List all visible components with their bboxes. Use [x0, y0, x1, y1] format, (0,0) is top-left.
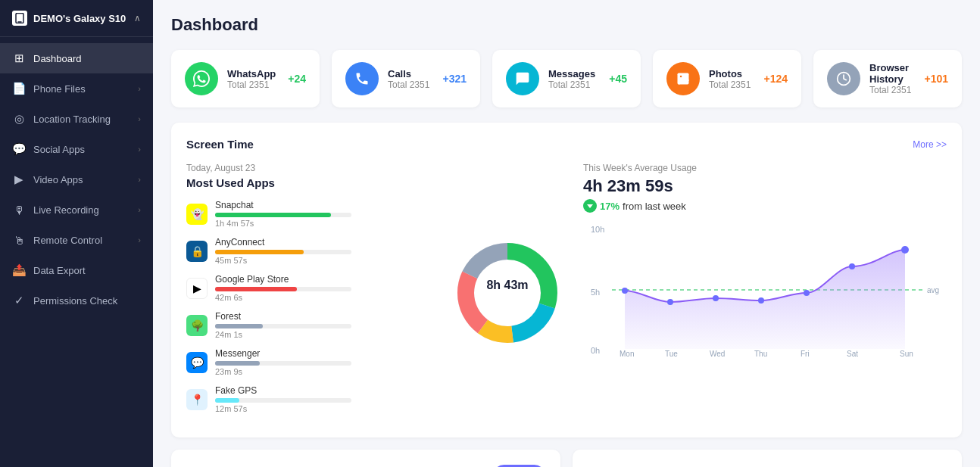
browser-info: Browser History Total 2351	[869, 62, 915, 95]
app-item-forest: 🌳 Forest 24m 1s	[186, 311, 432, 339]
app-item-snapchat: 👻 Snapchat 1h 4m 57s	[186, 200, 432, 228]
snapchat-time: 1h 4m 57s	[215, 219, 432, 228]
svg-text:10h: 10h	[591, 225, 604, 234]
app-item-googleplay: ▶ Google Play Store 42m 6s	[186, 274, 432, 302]
bottom-row: Last Known Location Sync Recent Screensh…	[171, 450, 962, 467]
screen-time-more-link[interactable]: More >>	[913, 139, 947, 150]
snapchat-icon: 👻	[186, 204, 208, 225]
messenger-bar-bg	[215, 361, 351, 366]
stat-card-calls: Calls Total 2351 +321	[332, 50, 480, 107]
usage-section: This Week's Average Usage 4h 23m 59s 17%…	[583, 163, 947, 422]
sidebar-item-label: Live Recording	[33, 204, 99, 216]
screen-time-card: Screen Time More >> Today, August 23 Mos…	[171, 123, 962, 437]
week-avg: 4h 23m 59s	[583, 176, 947, 196]
svg-text:Fri: Fri	[801, 350, 810, 358]
stat-card-photos: Photos Total 2351 +124	[653, 50, 801, 107]
line-chart: 10h 5h 0h avg	[583, 222, 947, 358]
sidebar-item-permissions-check[interactable]: ✓ Permissions Check	[0, 285, 153, 316]
most-used-title: Most Used Apps	[186, 176, 432, 189]
fakegps-bar	[215, 398, 239, 403]
fakegps-bar-bg	[215, 398, 351, 403]
social-icon: 💬	[12, 142, 26, 156]
sidebar-header: DEMO's Galaxy S10 ∧	[0, 0, 153, 37]
device-icon	[12, 11, 27, 26]
messenger-details: Messenger 23m 9s	[215, 348, 432, 376]
googleplay-details: Google Play Store 42m 6s	[215, 274, 432, 302]
messenger-icon: 💬	[186, 352, 208, 373]
calls-name: Calls	[388, 68, 433, 79]
googleplay-time: 42m 6s	[215, 293, 432, 302]
screen-time-header: Screen Time More >>	[186, 138, 947, 151]
week-change-text: from last week	[623, 201, 686, 212]
sidebar-item-label: Phone Files	[33, 83, 86, 95]
sidebar-item-social-apps[interactable]: 💬 Social Apps ›	[0, 134, 153, 164]
snapchat-bar	[215, 213, 331, 217]
calls-change: +321	[442, 73, 467, 85]
sidebar-item-live-recording[interactable]: 🎙 Live Recording ›	[0, 195, 153, 225]
svg-text:8h 43m: 8h 43m	[486, 279, 528, 291]
sidebar-navigation: ⊞ Dashboard 📄 Phone Files › ◎ Location T…	[0, 37, 153, 322]
sidebar-item-label: Remote Control	[33, 235, 102, 246]
sidebar-item-label: Location Tracking	[33, 114, 111, 125]
forest-time: 24m 1s	[215, 330, 432, 339]
svg-text:Wed: Wed	[710, 350, 725, 358]
chevron-right-icon: ›	[138, 175, 141, 184]
chevron-right-icon: ›	[138, 84, 141, 93]
forest-icon: 🌳	[186, 315, 208, 336]
whatsapp-icon	[185, 62, 218, 95]
line-chart-area: 10h 5h 0h avg	[583, 222, 947, 358]
calls-info: Calls Total 2351	[388, 68, 433, 90]
remote-icon: 🖱	[12, 233, 26, 247]
anyconnect-name: AnyConnect	[215, 237, 432, 248]
export-icon: 📤	[12, 263, 26, 277]
svg-point-3	[680, 76, 682, 78]
googleplay-icon: ▶	[186, 278, 208, 299]
svg-text:Tue: Tue	[665, 350, 678, 358]
chevron-right-icon: ›	[138, 145, 141, 154]
chevron-right-icon: ›	[138, 114, 141, 123]
sidebar-item-phone-files[interactable]: 📄 Phone Files ›	[0, 73, 153, 104]
date-label: Today, August 23	[186, 163, 432, 173]
location-card: Last Known Location Sync	[171, 450, 560, 467]
anyconnect-time: 45m 57s	[215, 256, 432, 265]
apps-section: Today, August 23 Most Used Apps 👻 Snapch…	[186, 163, 432, 422]
whatsapp-name: WhatsApp	[227, 68, 279, 79]
svg-point-23	[901, 246, 909, 254]
app-item-anyconnect: 🔒 AnyConnect 45m 57s	[186, 237, 432, 265]
forest-bar-bg	[215, 324, 351, 328]
chevron-up-icon[interactable]: ∧	[134, 13, 141, 23]
device-info: DEMO's Galaxy S10	[12, 11, 126, 26]
messenger-name: Messenger	[215, 348, 432, 359]
app-item-messenger: 💬 Messenger 23m 9s	[186, 348, 432, 376]
main-content: Dashboard WhatsApp Total 2351 +24 Calls …	[153, 0, 980, 467]
down-arrow-icon	[583, 199, 597, 213]
donut-chart: 8h 43m	[451, 236, 564, 350]
svg-point-18	[667, 299, 673, 305]
photos-icon	[666, 62, 700, 95]
messages-change: +45	[609, 73, 627, 85]
sidebar-item-video-apps[interactable]: ▶ Video Apps ›	[0, 164, 153, 195]
sidebar-item-label: Video Apps	[33, 174, 83, 185]
googleplay-bar-bg	[215, 287, 351, 291]
stat-card-whatsapp: WhatsApp Total 2351 +24	[171, 50, 320, 107]
sidebar-item-remote-control[interactable]: 🖱 Remote Control ›	[0, 225, 153, 255]
whatsapp-change: +24	[288, 73, 306, 85]
sidebar-item-label: Dashboard	[33, 53, 82, 64]
screen-time-title: Screen Time	[186, 138, 254, 151]
svg-text:Sat: Sat	[847, 350, 858, 358]
sidebar-item-dashboard[interactable]: ⊞ Dashboard	[0, 43, 153, 73]
svg-point-20	[758, 297, 764, 304]
screenshots-card: Recent Screenshots More >>	[573, 450, 962, 467]
svg-text:Mon: Mon	[620, 350, 634, 358]
forest-bar	[215, 324, 263, 328]
svg-text:0h: 0h	[591, 346, 600, 355]
recording-icon: 🎙	[12, 203, 26, 216]
sidebar-item-location-tracking[interactable]: ◎ Location Tracking ›	[0, 104, 153, 134]
snapchat-bar-bg	[215, 213, 351, 217]
sidebar-item-data-export[interactable]: 📤 Data Export	[0, 255, 153, 285]
svg-point-19	[713, 295, 719, 301]
svg-point-21	[804, 290, 810, 296]
week-change: 17% from last week	[583, 199, 947, 213]
chevron-right-icon: ›	[138, 205, 141, 214]
stat-card-browser-history: Browser History Total 2351 +101	[813, 50, 962, 107]
